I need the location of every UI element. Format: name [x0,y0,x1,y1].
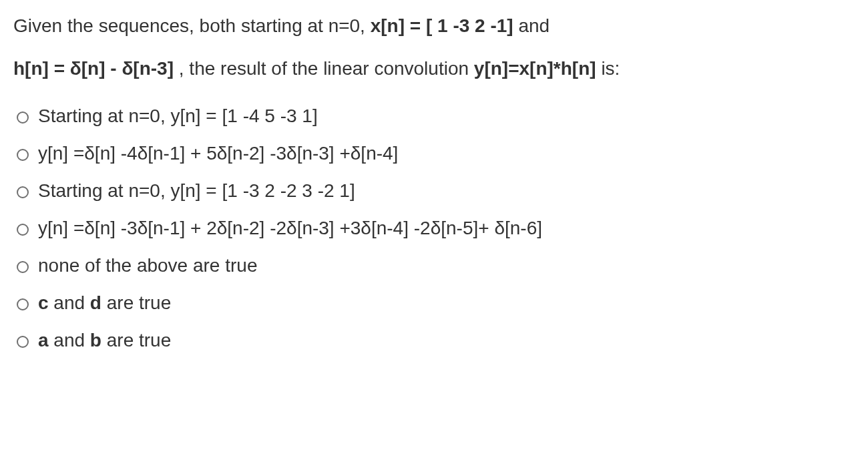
question-line-2: h[n] = δ[n] - δ[n-3] , the result of the… [13,55,855,83]
option-a[interactable]: Starting at n=0, y[n] = [1 -4 5 -3 1] [13,105,855,127]
radio-f[interactable] [17,298,29,310]
radio-d[interactable] [17,224,29,236]
question-container: Given the sequences, both starting at n=… [0,0,868,373]
radio-b[interactable] [17,149,29,161]
q-text-mid: , the result of the linear convolution [179,58,474,79]
question-line-1: Given the sequences, both starting at n=… [13,12,855,40]
radio-g[interactable] [17,336,29,348]
q-text-prefix: Given the sequences, both starting at n=… [13,15,371,36]
options-list: Starting at n=0, y[n] = [1 -4 5 -3 1] y[… [13,97,855,359]
option-d-label: y[n] =δ[n] -3δ[n-1] + 2δ[n-2] -2δ[n-3] +… [38,218,542,239]
q-text-hn: h[n] = δ[n] - δ[n-3] [13,58,174,79]
option-g-label: a and b are true [38,330,171,351]
q-text-suffix2: is: [601,58,620,79]
q-text-yn: y[n]=x[n]*h[n] [474,58,596,79]
q-text-suffix1: and [518,15,550,36]
option-f-label: c and d are true [38,292,171,314]
question-stem: Given the sequences, both starting at n=… [13,12,855,83]
radio-c[interactable] [17,186,29,198]
option-b-label: y[n] =δ[n] -4δ[n-1] + 5δ[n-2] -3δ[n-3] +… [38,143,398,164]
option-e-label: none of the above are true [38,255,257,276]
option-a-label: Starting at n=0, y[n] = [1 -4 5 -3 1] [38,105,318,127]
option-c-label: Starting at n=0, y[n] = [1 -3 2 -2 3 -2 … [38,180,355,202]
option-b[interactable]: y[n] =δ[n] -4δ[n-1] + 5δ[n-2] -3δ[n-3] +… [13,143,855,164]
option-g[interactable]: a and b are true [13,330,855,351]
radio-e[interactable] [17,261,29,273]
radio-a[interactable] [17,111,29,124]
option-e[interactable]: none of the above are true [13,255,855,276]
option-f[interactable]: c and d are true [13,292,855,314]
q-text-xn: x[n] = [ 1 -3 2 -1] [371,15,513,36]
option-d[interactable]: y[n] =δ[n] -3δ[n-1] + 2δ[n-2] -2δ[n-3] +… [13,218,855,239]
option-c[interactable]: Starting at n=0, y[n] = [1 -3 2 -2 3 -2 … [13,180,855,202]
